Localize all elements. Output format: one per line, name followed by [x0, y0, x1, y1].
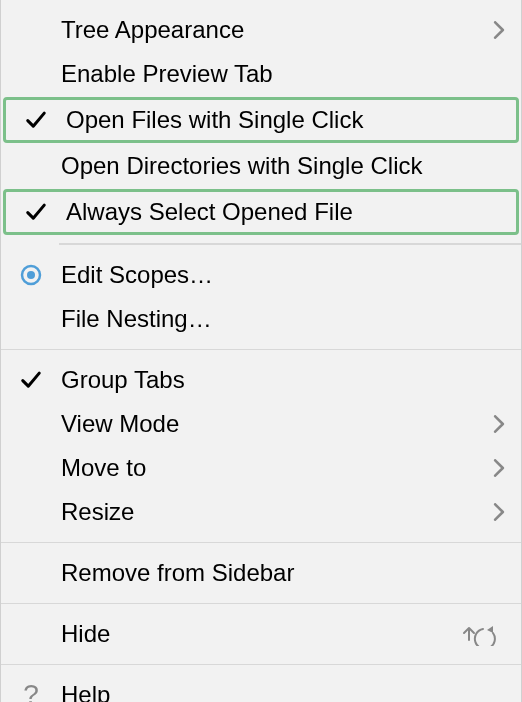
svg-point-1 — [27, 271, 35, 279]
divider — [1, 603, 521, 604]
menu-item-label: Open Files with Single Click — [58, 106, 500, 134]
menu-item-label: Hide — [53, 620, 455, 648]
menu-item-open-directories-single-click[interactable]: Open Directories with Single Click — [1, 144, 521, 188]
menu-item-label: File Nesting… — [53, 305, 505, 333]
menu-item-label: Resize — [53, 498, 475, 526]
divider — [1, 664, 521, 665]
menu-item-label: Tree Appearance — [53, 16, 475, 44]
divider — [1, 542, 521, 543]
menu-item-label: Edit Scopes… — [53, 261, 505, 289]
chevron-right-icon — [475, 415, 505, 433]
context-menu: Tree Appearance Enable Preview Tab Open … — [0, 0, 522, 702]
menu-item-always-select-opened-file[interactable]: Always Select Opened File — [3, 189, 519, 235]
menu-item-move-to[interactable]: Move to — [1, 446, 521, 490]
menu-item-label: Remove from Sidebar — [53, 559, 505, 587]
radio-icon — [9, 264, 53, 286]
divider — [1, 349, 521, 350]
menu-item-tree-appearance[interactable]: Tree Appearance — [1, 8, 521, 52]
menu-item-label: Help — [53, 681, 505, 702]
menu-item-label: View Mode — [53, 410, 475, 438]
menu-item-group-tabs[interactable]: Group Tabs — [1, 358, 521, 402]
menu-item-open-files-single-click[interactable]: Open Files with Single Click — [3, 97, 519, 143]
chevron-right-icon — [475, 459, 505, 477]
divider — [59, 243, 521, 245]
menu-item-resize[interactable]: Resize — [1, 490, 521, 534]
menu-item-hide[interactable]: Hide — [1, 612, 521, 656]
chevron-right-icon — [475, 21, 505, 39]
menu-item-label: Enable Preview Tab — [53, 60, 505, 88]
shortcut-icon — [455, 622, 505, 646]
menu-item-label: Group Tabs — [53, 366, 505, 394]
chevron-right-icon — [475, 503, 505, 521]
menu-item-enable-preview-tab[interactable]: Enable Preview Tab — [1, 52, 521, 96]
menu-item-file-nesting[interactable]: File Nesting… — [1, 297, 521, 341]
menu-item-edit-scopes[interactable]: Edit Scopes… — [1, 253, 521, 297]
menu-item-view-mode[interactable]: View Mode — [1, 402, 521, 446]
help-icon: ? — [9, 679, 53, 702]
menu-item-label: Move to — [53, 454, 475, 482]
check-icon — [14, 201, 58, 223]
menu-item-label: Always Select Opened File — [58, 198, 500, 226]
check-icon — [9, 369, 53, 391]
menu-item-label: Open Directories with Single Click — [53, 152, 505, 180]
check-icon — [14, 109, 58, 131]
menu-item-remove-from-sidebar[interactable]: Remove from Sidebar — [1, 551, 521, 595]
menu-item-help[interactable]: ? Help — [1, 673, 521, 702]
